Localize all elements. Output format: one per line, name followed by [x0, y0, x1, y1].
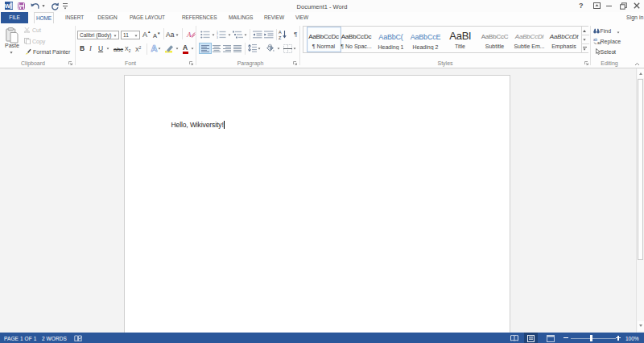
svg-text:3: 3	[217, 36, 218, 39]
svg-text:A: A	[151, 43, 158, 53]
svg-text:A: A	[279, 30, 282, 35]
svg-text:A: A	[186, 31, 192, 39]
svg-text:W: W	[5, 2, 11, 10]
svg-text:Z: Z	[279, 35, 282, 40]
